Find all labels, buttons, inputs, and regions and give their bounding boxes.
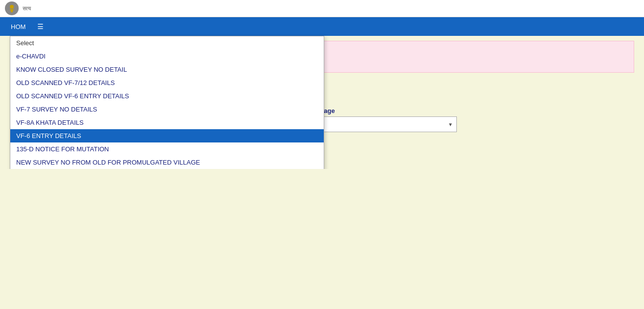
dropdown-item[interactable]: VF-6 ENTRY DETAILS — [10, 129, 324, 142]
nav-icon-area: ☰ — [33, 23, 44, 30]
dropdown-item[interactable]: KNOW CLOSED SURVEY NO DETAIL — [10, 63, 324, 76]
top-bar: सत्य — [0, 0, 644, 17]
village-select[interactable] — [314, 116, 457, 132]
nav-icon: ☰ — [37, 23, 44, 30]
dropdown-item[interactable]: VF-8A KHATA DETAILS — [10, 116, 324, 129]
emblem-logo — [5, 1, 19, 15]
village-label: Village — [314, 107, 457, 114]
svg-rect-1 — [10, 9, 14, 10]
svg-rect-2 — [11, 10, 13, 12]
site-title: सत्य — [23, 5, 31, 12]
dropdown-item[interactable]: OLD SCANNED VF-7/12 DETAILS — [10, 76, 324, 89]
dropdown-item[interactable]: 135-D NOTICE FOR MUTATION — [10, 142, 324, 156]
dropdown-item[interactable]: OLD SCANNED VF-6 ENTRY DETAILS — [10, 89, 324, 103]
nav-bar: HOM ☰ — [0, 17, 644, 36]
dropdown-list[interactable]: Selecte-CHAVDIKNOW CLOSED SURVEY NO DETA… — [10, 36, 324, 169]
main-content: her website or mobile app of Revenue Dep… — [0, 36, 644, 99]
dropdown-item[interactable]: Select — [10, 36, 324, 50]
village-group: Village — [314, 107, 457, 132]
dropdown-item[interactable]: e-CHAVDI — [10, 50, 324, 63]
village-select-wrapper — [314, 116, 457, 132]
logo-area: सत्य — [5, 1, 31, 15]
nav-home[interactable]: HOM — [5, 17, 31, 36]
dropdown-item[interactable]: NEW SURVEY NO FROM OLD FOR PROMULGATED V… — [10, 156, 324, 169]
svg-point-0 — [10, 5, 14, 9]
dropdown-item[interactable]: VF-7 SURVEY NO DETAILS — [10, 103, 324, 116]
